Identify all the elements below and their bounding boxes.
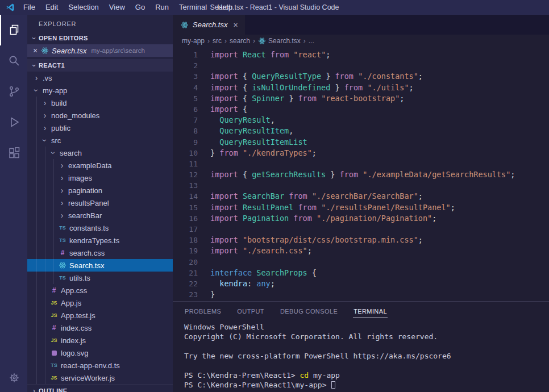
tree-item-search[interactable]: ›search: [27, 147, 173, 159]
files-icon: [7, 23, 21, 37]
tree-item-images[interactable]: ›images: [27, 172, 173, 184]
panel-tab-terminal[interactable]: TERMINAL: [353, 304, 388, 318]
tree-item-search.css[interactable]: #search.css: [27, 247, 173, 259]
tree-item-index.js[interactable]: JSindex.js: [27, 334, 173, 347]
open-editors-header[interactable]: › OPEN EDITORS: [27, 32, 173, 44]
panel-tab-problems[interactable]: PROBLEMS: [184, 304, 222, 318]
outline-label: OUTLINE: [39, 387, 67, 392]
menu-terminal[interactable]: Terminal: [174, 0, 212, 15]
tree-item-logo.svg[interactable]: logo.svg: [27, 347, 173, 359]
terminal-cursor: [331, 381, 335, 389]
tree-item-searchBar[interactable]: ›searchBar: [27, 209, 173, 222]
code-text[interactable]: import SearchBar from "./searchBar/Searc…: [210, 191, 423, 202]
breadcrumb-item--[interactable]: ...: [309, 37, 314, 45]
line-number: 22: [173, 278, 198, 289]
tab-search-tsx[interactable]: Search.tsx ×: [173, 15, 245, 35]
tree-item-public[interactable]: ›public: [27, 122, 173, 134]
line-number: 15: [173, 202, 198, 213]
tree-item-label: exampleData: [68, 161, 112, 170]
line-number: 14: [173, 191, 198, 202]
panel-tab-output[interactable]: OUTPUT: [236, 304, 265, 318]
open-editor-path: my-app\src\search: [91, 47, 145, 54]
breadcrumb-item-search-tsx[interactable]: Search.tsx: [258, 37, 301, 45]
tree-item-kendraTypes.ts[interactable]: TSkendraTypes.ts: [27, 234, 173, 247]
line-number: 6: [173, 104, 198, 115]
tree-item-build[interactable]: ›build: [27, 97, 173, 109]
code-text[interactable]: }: [210, 289, 215, 300]
tree-item-resultsPanel[interactable]: ›resultsPanel: [27, 197, 173, 209]
menu-help[interactable]: Help: [212, 0, 238, 15]
terminal-line: [184, 341, 549, 351]
code-text[interactable]: kendra: any;: [210, 278, 275, 289]
code-editor[interactable]: 1import React from "react";23import { Qu…: [173, 47, 549, 301]
activitybar-extensions[interactable]: [0, 137, 27, 168]
tree-item-node_modules[interactable]: ›node_modules: [27, 109, 173, 122]
breadcrumb-item-my-app[interactable]: my-app: [182, 37, 205, 45]
tree-item-App.js[interactable]: JSApp.js: [27, 297, 173, 309]
code-text[interactable]: import { getSearchResults } from "./exam…: [210, 169, 515, 180]
tree-item-label: logo.svg: [61, 349, 88, 357]
code-line: 10} from "./kendraTypes";: [173, 148, 549, 159]
tree-item-constants.ts[interactable]: TSconstants.ts: [27, 222, 173, 234]
close-icon[interactable]: ×: [233, 20, 238, 30]
code-line: 19import "./search.css";: [173, 245, 549, 256]
terminal-output[interactable]: Windows PowerShellCopyright (C) Microsof…: [173, 320, 549, 390]
tree-item-my-app[interactable]: ›my-app: [27, 84, 173, 97]
tree-item-src[interactable]: ›src: [27, 134, 173, 147]
tree-item-react-app-env.d.ts[interactable]: TSreact-app-env.d.ts: [27, 359, 173, 372]
code-text[interactable]: import { QueryResultType } from "./const…: [210, 71, 423, 82]
tree-item-.vs[interactable]: ›.vs: [27, 72, 173, 84]
tree-item-index.css[interactable]: #index.css: [27, 322, 173, 334]
code-text[interactable]: import {: [210, 104, 247, 115]
menu-run[interactable]: Run: [150, 0, 174, 15]
breadcrumb-item-search[interactable]: search: [230, 37, 250, 45]
activitybar-source-control[interactable]: [0, 76, 27, 107]
menu-selection[interactable]: Selection: [63, 0, 103, 15]
workspace-root-header[interactable]: › REACT1: [27, 59, 173, 72]
open-editor-name: Search.tsx: [52, 47, 86, 55]
code-text[interactable]: import "bootstrap/dist/css/bootstrap.min…: [210, 235, 423, 245]
activitybar-search[interactable]: [0, 45, 27, 76]
activitybar-run-debug[interactable]: [0, 107, 27, 137]
panel-tab-debug-console[interactable]: DEBUG CONSOLE: [280, 304, 338, 318]
close-icon[interactable]: ×: [31, 46, 40, 55]
tree-item-App.css[interactable]: #App.css: [27, 284, 173, 297]
code-text[interactable]: import "./search.css";: [210, 245, 312, 256]
code-text[interactable]: import Pagination from "./pagination/Pag…: [210, 213, 436, 224]
activitybar-settings[interactable]: [0, 364, 27, 392]
code-text[interactable]: import ResultPanel from "./resultsPanel/…: [210, 202, 455, 213]
chevron-right-icon: ›: [30, 386, 39, 392]
chevron-right-icon: ›: [253, 37, 255, 45]
code-line: 13: [173, 180, 549, 191]
outline-header[interactable]: › OUTLINE: [27, 384, 173, 392]
tree-item-Search.tsx[interactable]: Search.tsx: [27, 259, 173, 272]
code-line: 14import SearchBar from "./searchBar/Sea…: [173, 191, 549, 202]
ts-file-icon: TS: [49, 362, 59, 368]
breadcrumb-label: search: [230, 37, 250, 45]
breadcrumb-item-src[interactable]: src: [213, 37, 222, 45]
code-text[interactable]: QueryResultItem,: [210, 126, 293, 136]
menu-file[interactable]: File: [18, 0, 40, 15]
tree-item-serviceWorker.js[interactable]: JSserviceWorker.js: [27, 372, 173, 384]
chevron-right-icon: ›: [40, 97, 49, 109]
code-text[interactable]: interface SearchProps {: [210, 268, 317, 278]
open-editor-search-tsx[interactable]: × Search.tsx my-app\src\search: [27, 44, 173, 57]
menu-view[interactable]: View: [104, 0, 130, 15]
titlebar: FileEditSelectionViewGoRunTerminalHelp S…: [0, 0, 549, 15]
code-text[interactable]: import React from "react";: [210, 49, 330, 60]
tree-item-App.test.js[interactable]: JSApp.test.js: [27, 309, 173, 322]
code-text[interactable]: import { Spinner } from "react-bootstrap…: [210, 93, 404, 104]
code-text[interactable]: QueryResultItemList: [210, 137, 307, 148]
code-line: 5import { Spinner } from "react-bootstra…: [173, 93, 549, 104]
tree-item-utils.ts[interactable]: TSutils.ts: [27, 272, 173, 284]
code-text[interactable]: import { isNullOrUndefined } from "./uti…: [210, 82, 414, 93]
code-line: 7 QueryResult,: [173, 115, 549, 126]
menu-edit[interactable]: Edit: [40, 0, 63, 15]
code-text[interactable]: QueryResult,: [210, 115, 275, 126]
react-icon: [258, 37, 266, 45]
tree-item-exampleData[interactable]: ›exampleData: [27, 159, 173, 172]
activitybar-explorer[interactable]: [0, 15, 27, 45]
menu-go[interactable]: Go: [130, 0, 150, 15]
code-text[interactable]: } from "./kendraTypes";: [210, 148, 317, 159]
tree-item-pagination[interactable]: ›pagination: [27, 184, 173, 197]
